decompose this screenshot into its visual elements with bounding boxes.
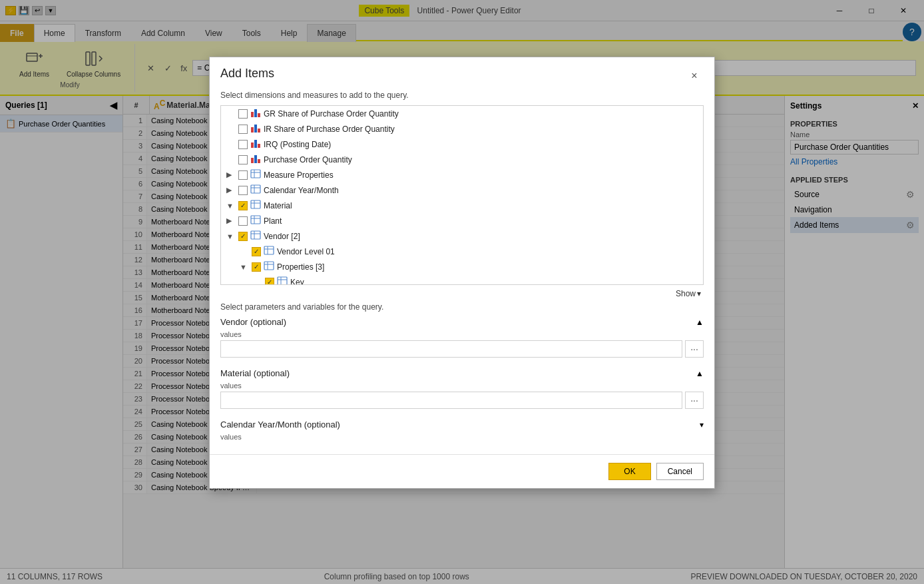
svg-rect-18 xyxy=(251,170,260,178)
tree-item[interactable]: ▼ Vendor [2] xyxy=(221,228,703,244)
material-input[interactable] xyxy=(220,392,682,409)
tree-expand-btn[interactable]: ▶ xyxy=(226,216,236,225)
tree-item-icon xyxy=(250,139,261,150)
tree-item-label: Properties [3] xyxy=(277,262,324,272)
calendar-param: Calendar Year/Month (optional) ▾ values xyxy=(220,418,704,441)
tree-item-label: Plant xyxy=(264,216,282,226)
calendar-param-header[interactable]: Calendar Year/Month (optional) ▾ xyxy=(220,418,704,431)
modal-footer: OK Cancel xyxy=(210,454,714,488)
tree-item-icon xyxy=(250,154,261,165)
show-label: Show xyxy=(676,289,696,298)
tree-item[interactable]: ▼ Material xyxy=(221,198,703,213)
show-btn[interactable]: Show ▾ xyxy=(673,288,704,300)
tree-item-label: IRQ (Posting Date) xyxy=(264,140,331,149)
svg-rect-11 xyxy=(258,129,260,133)
svg-rect-17 xyxy=(258,159,260,163)
tree-item-icon xyxy=(250,230,261,242)
svg-rect-7 xyxy=(254,109,257,117)
tree-item-icon xyxy=(264,261,274,272)
tree-expand-btn[interactable]: ▼ xyxy=(226,232,236,240)
tree-item[interactable]: Key xyxy=(221,274,703,285)
tree-checkbox[interactable] xyxy=(238,170,248,180)
vendor-dots-btn[interactable]: ··· xyxy=(685,340,704,358)
vendor-values-label: values xyxy=(220,330,704,338)
material-dots-btn[interactable]: ··· xyxy=(685,392,704,409)
tree-item-icon xyxy=(277,276,288,285)
material-param-header[interactable]: Material (optional) ▲ xyxy=(220,367,704,380)
tree-item-label: Material xyxy=(264,201,292,210)
tree-item-icon xyxy=(250,184,261,196)
tree-checkbox[interactable] xyxy=(252,247,261,256)
tree-item[interactable]: IRQ (Posting Date) xyxy=(221,137,703,152)
tree-item[interactable]: Purchase Order Quantity xyxy=(221,152,703,167)
svg-rect-21 xyxy=(251,185,260,193)
tree-item-icon xyxy=(250,108,261,119)
tree-item[interactable]: ▶ Measure Properties xyxy=(221,167,703,182)
tree-item-label: Vendor Level 01 xyxy=(277,247,335,256)
tree-checkbox[interactable] xyxy=(238,109,248,119)
vendor-param: Vendor (optional) ▲ values ··· xyxy=(220,316,704,358)
tree-expand-btn[interactable]: ▼ xyxy=(226,202,236,210)
dimensions-tree[interactable]: GR Share of Purchase Order Quantity IR S… xyxy=(220,105,704,285)
tree-expand-btn[interactable]: ▶ xyxy=(226,170,236,179)
tree-item[interactable]: GR Share of Purchase Order Quantity xyxy=(221,106,703,121)
tree-item-icon xyxy=(250,200,261,211)
svg-rect-13 xyxy=(254,140,257,148)
svg-rect-30 xyxy=(251,231,260,239)
tree-checkbox[interactable] xyxy=(238,125,248,134)
tree-checkbox[interactable] xyxy=(238,140,248,149)
modal-title: Add Items xyxy=(220,67,274,81)
tree-item-icon xyxy=(250,215,261,226)
tree-checkbox[interactable] xyxy=(238,201,248,210)
svg-rect-36 xyxy=(264,262,274,270)
ok-button[interactable]: OK xyxy=(608,463,650,480)
svg-rect-6 xyxy=(251,112,254,117)
tree-item[interactable]: ▶ Plant xyxy=(221,213,703,228)
cancel-button[interactable]: Cancel xyxy=(656,463,704,480)
tree-checkbox[interactable] xyxy=(252,262,261,272)
tree-checkbox[interactable] xyxy=(265,278,274,286)
vendor-collapse-icon: ▲ xyxy=(696,318,704,327)
svg-rect-15 xyxy=(251,158,254,163)
tree-item-label: Key xyxy=(290,278,304,286)
modal-close-btn[interactable]: × xyxy=(685,67,704,85)
tree-item-label: Purchase Order Quantity xyxy=(264,155,352,164)
tree-expand-btn[interactable]: ▼ xyxy=(240,263,249,271)
modal-body: GR Share of Purchase Order Quantity IR S… xyxy=(210,105,714,449)
material-input-row: ··· xyxy=(220,392,704,409)
add-items-modal: Add Items × Select dimensions and measur… xyxy=(209,57,715,489)
vendor-param-header[interactable]: Vendor (optional) ▲ xyxy=(220,316,704,328)
material-values-label: values xyxy=(220,382,704,390)
svg-rect-8 xyxy=(258,113,260,117)
svg-rect-24 xyxy=(251,200,260,208)
calendar-values-label: values xyxy=(220,433,704,441)
svg-rect-10 xyxy=(254,125,257,133)
tree-item[interactable]: ▼ Properties [3] xyxy=(221,259,703,274)
params-subtitle: Select parameters and variables for the … xyxy=(220,302,704,316)
modal-subtitle: Select dimensions and measures to add to… xyxy=(210,91,714,105)
material-param-title: Material (optional) xyxy=(220,368,290,378)
vendor-param-title: Vendor (optional) xyxy=(220,317,286,327)
tree-item[interactable]: IR Share of Purchase Order Quantity xyxy=(221,121,703,137)
svg-rect-33 xyxy=(264,246,274,254)
tree-item-icon xyxy=(250,169,261,180)
calendar-expand-icon: ▾ xyxy=(700,420,704,430)
tree-expand-btn[interactable]: ▶ xyxy=(226,186,236,194)
tree-item-icon xyxy=(250,123,261,135)
tree-checkbox[interactable] xyxy=(238,216,248,226)
svg-rect-16 xyxy=(254,155,257,163)
vendor-input-row: ··· xyxy=(220,340,704,358)
svg-rect-27 xyxy=(251,216,260,224)
params-area: Vendor (optional) ▲ values ··· Material … xyxy=(220,316,704,449)
tree-item[interactable]: ▶ Calendar Year/Month xyxy=(221,182,703,198)
tree-checkbox[interactable] xyxy=(238,155,248,164)
tree-item-icon xyxy=(264,246,274,257)
tree-item[interactable]: Vendor Level 01 xyxy=(221,244,703,259)
tree-checkbox[interactable] xyxy=(238,186,248,195)
vendor-input[interactable] xyxy=(220,340,682,358)
svg-rect-12 xyxy=(251,143,254,148)
tree-checkbox[interactable] xyxy=(238,232,248,241)
tree-item-label: Calendar Year/Month xyxy=(264,186,339,195)
modal-header: Add Items × xyxy=(210,57,714,91)
tree-item-label: Measure Properties xyxy=(264,170,334,180)
